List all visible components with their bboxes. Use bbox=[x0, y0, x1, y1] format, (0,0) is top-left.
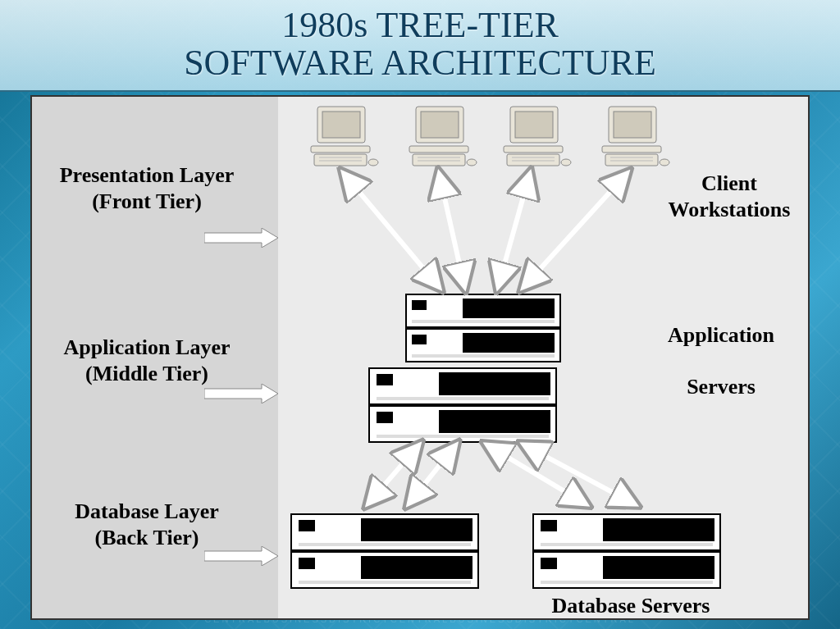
title-bar: 1980s TREE-TIER SOFTWARE ARCHITECTURE bbox=[0, 0, 840, 92]
svg-line-66 bbox=[522, 172, 628, 289]
svg-line-63 bbox=[342, 172, 440, 289]
diagram-frame: Presentation Layer (Front Tier) Applicat… bbox=[30, 95, 810, 620]
title-line-1: 1980s TREE-TIER bbox=[281, 5, 559, 45]
slide-title: 1980s TREE-TIER SOFTWARE ARCHITECTURE bbox=[16, 7, 824, 82]
svg-line-65 bbox=[498, 172, 531, 289]
svg-line-64 bbox=[439, 172, 465, 289]
title-line-2: SOFTWARE ARCHITECTURE bbox=[184, 43, 656, 83]
connection-arrows bbox=[32, 97, 808, 619]
